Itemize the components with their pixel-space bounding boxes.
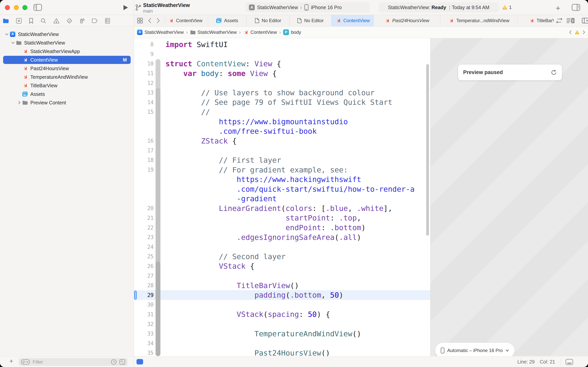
line-number[interactable]: 23: [137, 234, 153, 241]
line-number[interactable]: 34: [137, 340, 153, 347]
breakpoints-icon[interactable]: [92, 18, 98, 23]
sidebar-item-temperatureandwindview[interactable]: TemperatureAndWindView: [0, 73, 134, 81]
code-text[interactable]: TitleBarView(): [166, 281, 299, 290]
editor-options-icon[interactable]: [566, 18, 575, 24]
sidebar-item-assets[interactable]: Assets: [0, 90, 134, 98]
sidebar-divider[interactable]: [134, 0, 134, 367]
sidebar-item-contentview[interactable]: ContentViewM: [0, 56, 134, 64]
line-number[interactable]: 20: [137, 205, 153, 211]
line-number[interactable]: 27: [137, 273, 153, 279]
code-text[interactable]: LinearGradient(colors: [.blue, .white],: [166, 204, 392, 213]
code-text[interactable]: // See page 79 of SwiftUI Views Quick St…: [166, 98, 392, 107]
code-line-23[interactable]: 23 .edgesIgnoringSafeArea(.all): [134, 233, 430, 242]
code-line-27[interactable]: 27: [134, 271, 430, 281]
line-number[interactable]: 9: [137, 51, 153, 57]
go-forward-icon[interactable]: [157, 18, 160, 24]
warning-icon[interactable]: [575, 30, 580, 35]
code-text[interactable]: import SwiftUI: [166, 40, 228, 49]
filter-field[interactable]: Filter: [19, 358, 127, 366]
code-line-20[interactable]: 20 LinearGradient(colors: [.blue, .white…: [134, 203, 430, 213]
go-back-icon[interactable]: [148, 18, 151, 24]
disclosure-down-icon[interactable]: [4, 33, 9, 35]
code-line-22[interactable]: 22 endPoint: .bottom): [134, 223, 430, 233]
code-text[interactable]: startPoint: .top,: [166, 214, 361, 222]
code-line-12[interactable]: 12: [134, 78, 430, 88]
line-number[interactable]: 31: [137, 311, 153, 318]
search-icon[interactable]: [41, 18, 46, 24]
code-line-14[interactable]: 14 // See page 79 of SwiftUI Views Quick…: [134, 98, 430, 107]
line-number[interactable]: 11: [137, 70, 153, 77]
next-issue-icon[interactable]: [582, 30, 585, 35]
code-line-31[interactable]: 31 VStack(spacing: 50) {: [134, 310, 430, 319]
editor-preview-divider[interactable]: [430, 38, 430, 356]
code-line-18[interactable]: 18 // First layer: [134, 155, 430, 165]
breadcrumb-staticweatherview[interactable]: AStaticWeatherView: [137, 30, 184, 35]
line-number[interactable]: 29: [137, 292, 153, 298]
line-number[interactable]: 12: [137, 80, 153, 86]
reports-icon[interactable]: [105, 18, 110, 24]
code-line-11[interactable]: 11 var body: some View {: [134, 69, 430, 78]
code-text[interactable]: https://www.hackingwithswift: [166, 175, 361, 184]
activity-status[interactable]: StaticWeatherView: Ready |Today at 9:54 …: [379, 2, 499, 12]
code-line-wrap[interactable]: https://www.bigmountainstudio: [134, 117, 430, 126]
code-line-26[interactable]: 26 VStack {: [134, 261, 430, 271]
code-text[interactable]: ZStack {: [166, 137, 237, 145]
code-line-13[interactable]: 13 // Use layers to show background colo…: [134, 88, 430, 98]
code-text[interactable]: Past24HoursView(): [166, 349, 330, 356]
code-text[interactable]: .edgesIgnoringSafeArea(.all): [166, 233, 361, 242]
warning-count-badge[interactable]: 1: [502, 5, 512, 10]
code-text[interactable]: .com/quick-start/swiftui/how-to-render-a: [166, 185, 415, 193]
tab-past24hoursview[interactable]: Past24HoursView: [374, 15, 440, 26]
preview-device-selector[interactable]: Automatic – iPhone 16 Pro: [435, 343, 514, 356]
line-number[interactable]: 19: [137, 167, 153, 173]
code-text[interactable]: VStack(spacing: 50) {: [166, 310, 330, 319]
code-line-10[interactable]: 10struct ContentView: View {: [134, 59, 430, 69]
close-window-button[interactable]: [5, 5, 10, 10]
zoom-window-button[interactable]: [22, 5, 27, 10]
scheme-selector[interactable]: A StaticWeatherView › iPhone 16 Pro: [245, 2, 370, 12]
code-text[interactable]: // Use layers to show background colour: [166, 88, 375, 97]
code-text[interactable]: TemperatureAndWindView(): [166, 329, 361, 338]
code-line-30[interactable]: 30: [134, 300, 430, 310]
code-text[interactable]: // For gradient example, see:: [166, 166, 348, 174]
disclosure-right-icon[interactable]: [17, 101, 22, 104]
code-line-28[interactable]: 28 TitleBarView(): [134, 281, 430, 290]
tab-assets[interactable]: Assets: [208, 15, 247, 26]
breadcrumb-staticweatherview[interactable]: StaticWeatherView: [190, 30, 237, 35]
code-line-9[interactable]: 9: [134, 49, 430, 59]
code-line-34[interactable]: 34: [134, 338, 430, 348]
code-line-17[interactable]: 17: [134, 146, 430, 156]
line-number[interactable]: 14: [137, 99, 153, 106]
code-line-wrap[interactable]: .com/quick-start/swiftui/how-to-render-a: [134, 184, 430, 194]
line-number[interactable]: 10: [137, 60, 153, 67]
code-line-32[interactable]: 32: [134, 319, 430, 329]
code-text[interactable]: //: [166, 108, 210, 116]
sidebar-item-staticweatherview[interactable]: AStaticWeatherView: [0, 30, 134, 39]
code-line-29[interactable]: 29 padding(.bottom, 50): [134, 290, 430, 300]
code-line-25[interactable]: 25 // Second layer: [134, 252, 430, 261]
line-number[interactable]: 16: [137, 138, 153, 144]
sidebar-item-staticweatherview[interactable]: StaticWeatherView: [0, 39, 134, 47]
add-editor-icon[interactable]: [582, 18, 588, 24]
line-number[interactable]: 8: [137, 41, 153, 48]
code-line-35[interactable]: 35 Past24HoursView(): [134, 348, 430, 356]
recent-files-icon[interactable]: [111, 359, 117, 365]
line-number[interactable]: 32: [137, 321, 153, 327]
code-text[interactable]: // Second layer: [166, 252, 286, 261]
toggle-debug-area-icon[interactable]: [565, 359, 573, 365]
folder-icon[interactable]: [3, 18, 9, 23]
source-control-icon[interactable]: [16, 18, 22, 24]
code-line-wrap[interactable]: -gradient: [134, 194, 430, 204]
code-line-wrap[interactable]: https://www.hackingwithswift: [134, 175, 430, 184]
refresh-icon[interactable]: [551, 69, 557, 76]
sidebar-item-titlebarview[interactable]: TitleBarView: [0, 81, 134, 90]
tab-no-editor[interactable]: No Editor: [290, 15, 332, 26]
toggle-navigator-icon[interactable]: [34, 4, 42, 11]
code-text[interactable]: -gradient: [166, 194, 277, 203]
toggle-inspector-icon[interactable]: [572, 4, 580, 11]
debug-icon[interactable]: [79, 18, 85, 24]
code-line-33[interactable]: 33 TemperatureAndWindView(): [134, 329, 430, 339]
code-text[interactable]: endPoint: .bottom): [166, 223, 366, 232]
line-number[interactable]: 28: [137, 282, 153, 289]
previous-issue-icon[interactable]: [569, 30, 572, 35]
